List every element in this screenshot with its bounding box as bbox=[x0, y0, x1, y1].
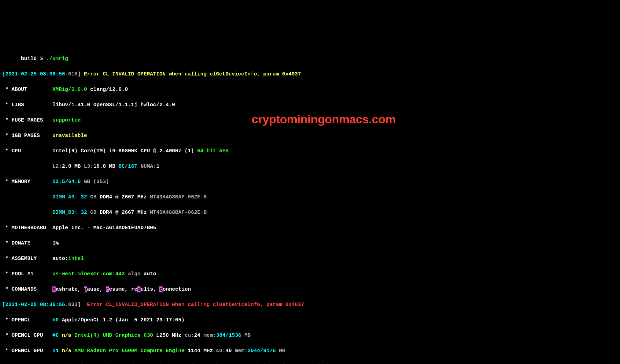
line-dimm0: DIMM_A0: 32 GB DDR4 @ 2667 MHz MT40A4G8B… bbox=[2, 194, 618, 201]
line-error-2: [2021-02-25 08:36:56.033] Error CL_INVAL… bbox=[2, 301, 618, 309]
line-pool: * POOL #1 us-west.minexmr.com:443 algo a… bbox=[2, 270, 618, 278]
line-motherboard: * MOTHERBOARD Apple Inc. - Mac-A61BADE1F… bbox=[2, 224, 618, 232]
line-donate: * DONATE 1% bbox=[2, 240, 618, 247]
line-cpu: * CPU Intel(R) Core(TM) i9-9980HK CPU @ … bbox=[2, 147, 618, 155]
line-dimm1: DIMM_B0: 32 GB DDR4 @ 2667 MHz MT40A4G8B… bbox=[2, 209, 618, 217]
line-onegbpages: * 1GB PAGES unavailable bbox=[2, 132, 618, 140]
line-cuda: * CUDA disabled (/System/Library/Framewo… bbox=[2, 363, 618, 364]
terminal-output[interactable]: cryptominingonmacs.com build % ./xmrig [… bbox=[0, 38, 620, 364]
line-commands: * COMMANDS hashrate, pause, resume, resu… bbox=[2, 286, 618, 293]
line-assembly: * ASSEMBLY auto:intel bbox=[2, 255, 618, 263]
line-memory: * MEMORY 22.5/64.0 GB (35%) bbox=[2, 178, 618, 186]
watermark-text: cryptominingonmacs.com bbox=[252, 115, 396, 123]
line-about: * ABOUT XMRig/6.9.0 clang/12.0.0 bbox=[2, 86, 618, 94]
line-opencl: * OPENCL #0 Apple/OpenCL 1.2 (Jan 5 2021… bbox=[2, 316, 618, 324]
line-opencl-gpu-0: * OPENCL GPU #0 n/a Intel(R) UHD Graphic… bbox=[2, 332, 618, 340]
line-error-1: [2021-02-25 08:36:56.018] Error CL_INVAL… bbox=[2, 71, 618, 78]
line-cache: L2:2.0 MB L3:16.0 MB 8C/16T NUMA:1 bbox=[2, 163, 618, 170]
line-prompt: build % ./xmrig bbox=[2, 55, 618, 63]
line-opencl-gpu-1: * OPENCL GPU #1 n/a AMD Radeon Pro 5600M… bbox=[2, 347, 618, 355]
line-libs: * LIBS libuv/1.41.0 OpenSSL/1.1.1j hwloc… bbox=[2, 101, 618, 109]
